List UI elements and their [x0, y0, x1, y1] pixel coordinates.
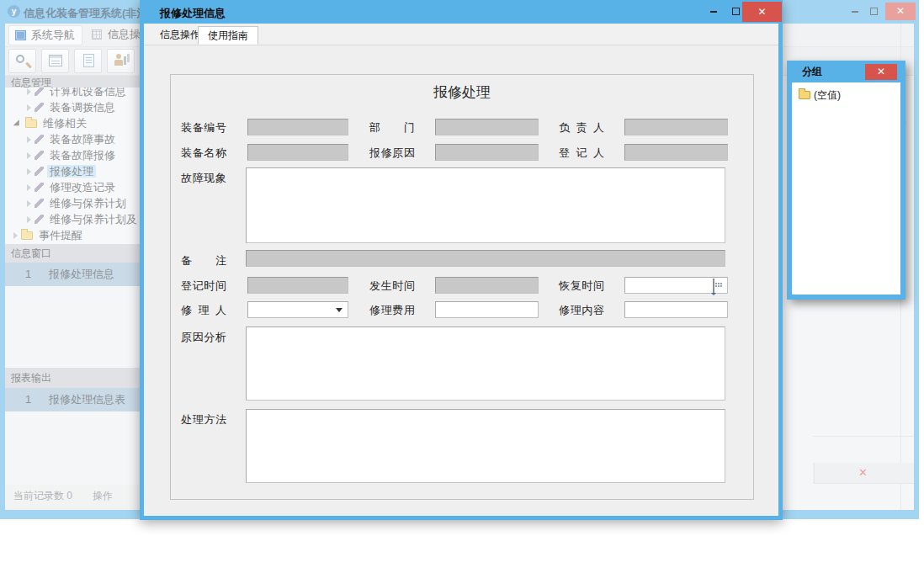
group-panel-body: (空值)	[792, 82, 900, 295]
label-method: 处理方法	[181, 413, 226, 426]
folder-icon	[799, 91, 810, 99]
label-occur-time: 发生时间	[369, 279, 415, 292]
minimize-icon	[710, 11, 717, 13]
maximize-icon	[732, 8, 740, 15]
group-panel: 分组 ✕ (空值)	[787, 61, 905, 300]
label-equip-no: 装备编号	[181, 121, 226, 134]
label-repair-reason: 报修原因	[369, 146, 415, 159]
field-dept[interactable]	[435, 119, 539, 135]
field-repairer-combobox[interactable]	[247, 301, 348, 318]
label-fault: 故障现象	[181, 172, 226, 184]
dialog-menu-bar: 信息操作 使用指南	[144, 24, 778, 45]
label-cause: 原因分析	[181, 331, 226, 343]
field-registrar[interactable]	[624, 144, 728, 161]
label-remark: 备注	[181, 254, 226, 267]
group-item-empty-value[interactable]: (空值)	[799, 88, 841, 102]
label-recover-time: 恢复时间	[559, 279, 604, 292]
form-heading: 报修处理	[170, 82, 754, 102]
field-manager[interactable]	[624, 119, 728, 135]
field-processing-method[interactable]	[246, 409, 725, 483]
field-cause-analysis[interactable]	[246, 326, 725, 401]
screen: y 信息化装备管理系统(非注册 ✕ 系统导航 信息操作	[0, 0, 924, 568]
dialog-close-button[interactable]: ✕	[742, 2, 782, 22]
field-occur-time[interactable]	[435, 277, 539, 294]
group-item-label: (空值)	[814, 89, 841, 101]
field-reg-time[interactable]	[247, 277, 348, 294]
dialog-title: 报修处理信息	[160, 6, 226, 21]
field-repair-cost[interactable]	[435, 301, 539, 318]
label-registrar: 登记人	[559, 146, 604, 159]
group-panel-close-button[interactable]: ✕	[865, 64, 897, 80]
field-repair-content[interactable]	[624, 301, 728, 318]
label-manager: 负责人	[559, 121, 604, 134]
field-equip-no[interactable]	[247, 119, 348, 135]
group-panel-title: 分组	[802, 65, 822, 79]
field-repair-reason[interactable]	[435, 144, 539, 161]
label-repairer: 修理人	[181, 304, 226, 316]
field-fault-phenomenon[interactable]	[246, 167, 725, 243]
label-content: 修理内容	[559, 304, 604, 316]
label-equip-name: 装备名称	[181, 146, 226, 159]
menu-tab-user-guide[interactable]: 使用指南	[198, 26, 258, 45]
dialog-minimize-button[interactable]	[705, 4, 722, 19]
label-dept: 部门	[369, 121, 415, 134]
field-remark[interactable]	[246, 250, 725, 267]
dialog-content: 信息操作 使用指南 报修处理 装备编号 部门 负责人 装备名称 报修原因 登记人…	[144, 24, 778, 516]
label-reg-time: 登记时间	[181, 279, 226, 292]
datepicker-calendar-icon[interactable]	[713, 279, 714, 293]
dialog-maximize-button[interactable]	[727, 4, 744, 19]
label-cost: 修理费用	[369, 304, 415, 316]
field-equip-name[interactable]	[247, 144, 348, 161]
combobox-arrow-icon[interactable]	[336, 308, 343, 312]
repair-dialog: 报修处理信息 ✕ 信息操作 使用指南 报修处理 装备编号 部门 负责人 装备名称…	[140, 0, 783, 520]
